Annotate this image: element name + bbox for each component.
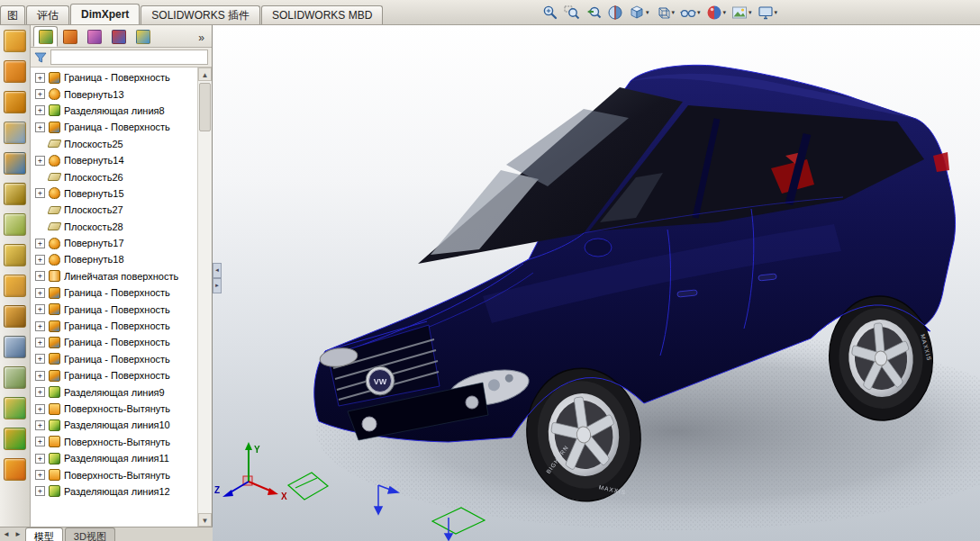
expand-panel-button[interactable]: ► — [213, 278, 222, 293]
scroll-down-arrow[interactable]: ▼ — [198, 513, 212, 527]
zoom-area-icon[interactable] — [562, 2, 582, 23]
displaymanager-icon — [136, 30, 150, 44]
scroll-thumb[interactable] — [199, 83, 211, 131]
previous-view-icon[interactable] — [584, 2, 603, 23]
tree-item-label: Повернуть17 — [64, 238, 124, 248]
command-tab-4[interactable]: SOLIDWORKS MBD — [261, 5, 383, 24]
tree-item-22[interactable]: +Поверхность-Вытянуть — [31, 434, 198, 450]
manager-tab-configurationmanager[interactable] — [82, 26, 106, 47]
trim-surface-icon[interactable] — [4, 428, 26, 450]
tree-scrollbar[interactable]: ▲ ▼ — [197, 68, 212, 527]
graphics-viewport[interactable]: VW — [213, 24, 980, 541]
expand-toggle[interactable]: + — [35, 288, 45, 298]
tree-item-8[interactable]: Плоскость27 — [31, 202, 198, 218]
tree-item-14[interactable]: +Граница - Поверхность — [31, 301, 198, 317]
edit-appearance-icon[interactable]: ▾ — [704, 2, 729, 23]
zoom-fit-icon[interactable] — [540, 2, 560, 23]
expand-toggle[interactable]: + — [35, 156, 45, 166]
panel-overflow-chevron[interactable]: » — [198, 32, 209, 47]
tree-item-13[interactable]: +Граница - Поверхность — [31, 284, 198, 301]
replace-face-icon[interactable] — [4, 366, 26, 389]
tree-item-0[interactable]: +Граница - Поверхность — [31, 69, 198, 86]
tree-item-11[interactable]: +Повернуть18 — [31, 251, 198, 267]
tree-item-21[interactable]: +Разделяющая линия10 — [31, 417, 198, 433]
model-tab-1[interactable]: 3D视图 — [65, 527, 115, 541]
command-tab-0[interactable]: 图 — [0, 5, 25, 24]
filter-input[interactable] — [50, 50, 208, 65]
tree-item-17[interactable]: +Граница - Поверхность — [31, 351, 198, 367]
manager-tab-displaymanager[interactable] — [131, 26, 155, 47]
expand-toggle[interactable]: + — [35, 239, 45, 248]
tree-item-12[interactable]: +Линейчатая поверхность — [31, 268, 198, 284]
tree-item-4[interactable]: Плоскость25 — [31, 136, 198, 152]
surface-extrude-icon[interactable] — [4, 30, 26, 52]
tree-item-1[interactable]: +Повернуть13 — [31, 86, 198, 102]
surface-sweep-icon[interactable] — [4, 91, 26, 113]
extend-surface-icon[interactable] — [4, 397, 26, 419]
tree-item-15[interactable]: +Граница - Поверхность — [31, 318, 198, 334]
expand-toggle[interactable]: + — [35, 73, 45, 83]
expand-toggle[interactable]: + — [35, 437, 45, 446]
manager-tab-dimxpertmanager[interactable] — [106, 26, 131, 47]
filter-icon[interactable] — [34, 51, 47, 64]
expand-toggle[interactable]: + — [35, 321, 45, 331]
offset-surface-icon[interactable] — [4, 275, 26, 297]
manager-tab-featuremanager-design-tree[interactable] — [33, 26, 58, 47]
model-tabs-next[interactable]: ► — [12, 527, 23, 538]
delete-face-icon[interactable] — [4, 336, 26, 358]
section-view-icon[interactable] — [605, 2, 625, 23]
expand-toggle[interactable]: + — [35, 105, 45, 115]
tree-item-18[interactable]: +Граница - Поверхность — [31, 367, 198, 383]
tree-item-16[interactable]: +Граница - Поверхность — [31, 334, 198, 350]
tree-item-19[interactable]: +Разделяющая линия9 — [31, 383, 198, 400]
command-tab-1[interactable]: 评估 — [26, 5, 69, 24]
expand-toggle[interactable]: + — [35, 486, 45, 496]
tree-item-24[interactable]: +Поверхность-Вытянуть — [31, 466, 198, 482]
expand-toggle[interactable]: + — [35, 470, 45, 480]
reference-triad[interactable]: Y X Z — [214, 442, 287, 501]
manager-tab-propertymanager[interactable] — [58, 26, 82, 47]
expand-toggle[interactable]: + — [35, 188, 45, 198]
view-settings-icon[interactable]: ▾ — [756, 2, 780, 23]
surface-revolve-icon[interactable] — [4, 60, 26, 83]
tree-item-7[interactable]: +Повернуть15 — [31, 185, 198, 202]
tree-item-9[interactable]: Плоскость28 — [31, 219, 198, 235]
model-tab-0[interactable]: 模型 — [25, 527, 63, 541]
expand-toggle[interactable]: + — [35, 255, 45, 265]
tree-item-20[interactable]: +Поверхность-Вытянуть — [31, 401, 198, 417]
planar-surface-icon[interactable] — [4, 244, 26, 266]
tree-item-23[interactable]: +Разделяющая линия11 — [31, 450, 198, 466]
tree-item-5[interactable]: +Повернуть14 — [31, 152, 198, 168]
collapse-panel-button[interactable]: ◄ — [213, 263, 222, 278]
ruled-surface-icon[interactable] — [4, 305, 26, 328]
model-tabs-prev[interactable]: ◄ — [0, 527, 12, 538]
freeform-surface-icon[interactable] — [4, 213, 26, 236]
expand-toggle[interactable]: + — [35, 387, 45, 397]
surface-loft-icon[interactable] — [4, 122, 26, 144]
tree-item-3[interactable]: +Граница - Поверхность — [31, 119, 198, 135]
expand-toggle[interactable]: + — [35, 371, 45, 381]
display-style-icon[interactable]: ▾ — [653, 2, 677, 23]
expand-toggle[interactable]: + — [35, 89, 45, 99]
knit-surface-icon[interactable] — [4, 458, 26, 481]
expand-toggle[interactable]: + — [35, 304, 45, 314]
tree-item-6[interactable]: Плоскость26 — [31, 168, 198, 185]
tree-item-2[interactable]: +Разделяющая линия8 — [31, 103, 198, 119]
apply-scene-icon[interactable]: ▾ — [730, 2, 754, 23]
view-orientation-icon[interactable]: ▾ — [627, 2, 651, 23]
expand-toggle[interactable]: + — [35, 454, 45, 464]
expand-toggle[interactable]: + — [35, 338, 45, 347]
tree-item-10[interactable]: +Повернуть17 — [31, 235, 198, 251]
expand-toggle[interactable]: + — [35, 404, 45, 414]
scroll-up-arrow[interactable]: ▲ — [198, 68, 212, 81]
expand-toggle[interactable]: + — [35, 122, 45, 132]
expand-toggle[interactable]: + — [35, 354, 45, 364]
command-tab-2[interactable]: DimXpert — [70, 4, 140, 24]
filled-surface-icon[interactable] — [4, 183, 26, 205]
tree-item-25[interactable]: +Разделяющая линия12 — [31, 483, 198, 500]
hide-show-items-icon[interactable]: ▾ — [678, 2, 703, 23]
command-tab-3[interactable]: SOLIDWORKS 插件 — [141, 5, 260, 24]
boundary-surface-icon[interactable] — [4, 152, 26, 175]
expand-toggle[interactable]: + — [35, 271, 45, 281]
expand-toggle[interactable]: + — [35, 420, 45, 430]
